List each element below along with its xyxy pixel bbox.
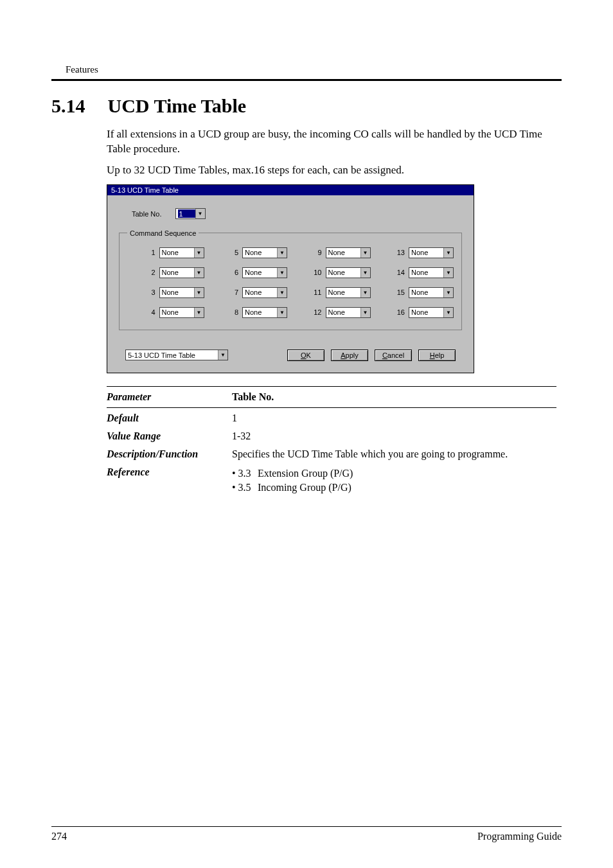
dropdown-arrow-icon: ▼: [218, 350, 227, 360]
page-number: 274: [51, 831, 67, 842]
section-title-text: UCD Time Table: [108, 95, 247, 116]
step-select-2[interactable]: None▼: [159, 267, 204, 278]
ref-bullet: • 3.5: [232, 481, 258, 495]
param-range-value: 1-32: [232, 430, 556, 442]
table-no-label: Table No.: [132, 210, 161, 218]
dropdown-arrow-icon: ▼: [443, 288, 453, 297]
param-header-key: Parameter: [107, 391, 232, 403]
param-desc-value: Specifies the UCD Time Table which you a…: [232, 448, 556, 460]
step-cell: 4None▼: [127, 307, 204, 318]
step-number: 3: [145, 288, 155, 296]
screen-selector-value: 5-13 UCD Time Table: [128, 351, 211, 359]
step-cell: 16None▼: [377, 307, 454, 318]
dropdown-arrow-icon: ▼: [443, 268, 453, 278]
step-cell: 9None▼: [294, 247, 371, 258]
parameter-table: Parameter Table No. Default 1 Value Rang…: [107, 386, 556, 499]
step-number: 7: [228, 288, 238, 296]
step-select-5[interactable]: None▼: [242, 247, 287, 258]
step-value: None: [162, 308, 181, 316]
footer-rule: [51, 826, 562, 827]
table-no-select[interactable]: 1 ▼: [175, 208, 206, 219]
step-value: None: [162, 288, 181, 296]
step-select-3[interactable]: None▼: [159, 287, 204, 298]
step-cell: 7None▼: [211, 287, 288, 298]
step-select-11[interactable]: None▼: [326, 287, 371, 298]
step-number: 8: [228, 308, 238, 316]
step-select-15[interactable]: None▼: [409, 287, 454, 298]
step-select-8[interactable]: None▼: [242, 307, 287, 318]
step-value: None: [411, 269, 431, 276]
step-select-1[interactable]: None▼: [159, 247, 204, 258]
dropdown-arrow-icon: ▼: [360, 248, 370, 258]
step-value: None: [328, 269, 348, 276]
step-number: 10: [312, 269, 322, 276]
step-select-9[interactable]: None▼: [326, 247, 371, 258]
step-value: None: [162, 269, 181, 276]
step-select-12[interactable]: None▼: [326, 307, 371, 318]
dropdown-arrow-icon: ▼: [194, 288, 204, 297]
step-value: None: [411, 308, 431, 316]
dropdown-arrow-icon: ▼: [277, 268, 287, 278]
step-number: 14: [395, 269, 405, 276]
dropdown-arrow-icon: ▼: [194, 268, 204, 278]
dropdown-arrow-icon: ▼: [360, 268, 370, 278]
param-header-value: Table No.: [232, 391, 556, 403]
param-default-key: Default: [107, 412, 232, 424]
cancel-button[interactable]: Cancel: [375, 350, 412, 361]
step-number: 9: [312, 249, 322, 256]
step-select-4[interactable]: None▼: [159, 307, 204, 318]
table-no-value: 1: [178, 209, 195, 218]
step-select-14[interactable]: None▼: [409, 267, 454, 278]
step-value: None: [245, 308, 264, 316]
step-number: 11: [312, 288, 322, 296]
dropdown-arrow-icon: ▼: [443, 248, 453, 258]
dropdown-arrow-icon: ▼: [360, 308, 370, 317]
step-number: 13: [395, 249, 405, 256]
help-button[interactable]: Help: [418, 350, 456, 361]
ref-text: Extension Group (P/G): [258, 468, 353, 479]
step-select-13[interactable]: None▼: [409, 247, 454, 258]
apply-button[interactable]: Apply: [331, 350, 368, 361]
step-cell: 13None▼: [377, 247, 454, 258]
section-title: 5.14 UCD Time Table: [51, 95, 562, 117]
book-title: Programming Guide: [477, 831, 562, 842]
step-cell: 10None▼: [294, 267, 371, 278]
step-cell: 3None▼: [127, 287, 204, 298]
param-desc-key: Description/Function: [107, 448, 232, 460]
step-cell: 14None▼: [377, 267, 454, 278]
step-number: 6: [228, 269, 238, 276]
dropdown-arrow-icon: ▼: [194, 248, 204, 258]
dropdown-arrow-icon: ▼: [443, 308, 453, 317]
dialog-titlebar: 5-13 UCD Time Table: [107, 185, 474, 195]
step-select-10[interactable]: None▼: [326, 267, 371, 278]
command-sequence-legend: Command Sequence: [127, 229, 199, 237]
dropdown-arrow-icon: ▼: [277, 288, 287, 297]
step-cell: 15None▼: [377, 287, 454, 298]
step-cell: 1None▼: [127, 247, 204, 258]
step-number: 12: [312, 308, 322, 316]
ref-text: Incoming Group (P/G): [258, 482, 351, 493]
step-select-16[interactable]: None▼: [409, 307, 454, 318]
dropdown-arrow-icon: ▼: [195, 209, 205, 218]
step-number: 5: [228, 249, 238, 256]
step-value: None: [411, 288, 431, 296]
screen-selector[interactable]: 5-13 UCD Time Table ▼: [125, 350, 228, 360]
intro-paragraph-2: Up to 32 UCD Time Tables, max.16 steps f…: [107, 163, 562, 178]
param-default-value: 1: [232, 412, 556, 424]
step-select-6[interactable]: None▼: [242, 267, 287, 278]
dropdown-arrow-icon: ▼: [277, 248, 287, 258]
ok-button[interactable]: OK: [287, 350, 324, 361]
step-number: 1: [145, 249, 155, 256]
step-cell: 11None▼: [294, 287, 371, 298]
section-number: 5.14: [51, 95, 103, 117]
step-select-7[interactable]: None▼: [242, 287, 287, 298]
ref-bullet: • 3.3: [232, 466, 258, 481]
step-value: None: [245, 249, 264, 256]
step-cell: 5None▼: [211, 247, 288, 258]
step-number: 16: [395, 308, 405, 316]
intro-paragraph-1: If all extensions in a UCD group are bus…: [107, 127, 562, 157]
step-value: None: [328, 249, 348, 256]
step-number: 2: [145, 269, 155, 276]
ucd-time-table-dialog: 5-13 UCD Time Table Table No. 1 ▼ Comman…: [107, 184, 474, 373]
step-value: None: [328, 288, 348, 296]
